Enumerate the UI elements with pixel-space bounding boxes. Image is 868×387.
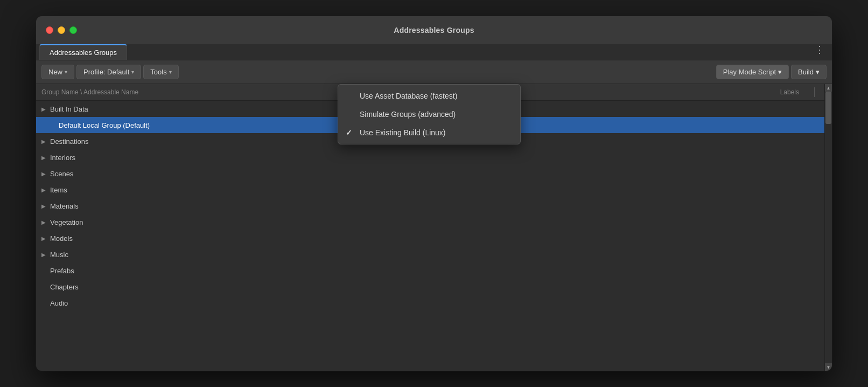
title-bar: Addressables Groups bbox=[36, 16, 832, 44]
list-item[interactable]: ▶ Materials bbox=[36, 198, 824, 214]
check-icon: ✓ bbox=[346, 128, 352, 137]
item-label: Interiors bbox=[50, 154, 819, 162]
chevron-right-icon: ▶ bbox=[41, 187, 50, 193]
list-item[interactable]: ▶ Interiors bbox=[36, 149, 824, 165]
list-item[interactable]: ▶ Items bbox=[36, 182, 824, 198]
item-label: Items bbox=[50, 186, 819, 194]
dropdown-item-label-1: Simulate Groups (advanced) bbox=[360, 110, 456, 119]
new-label: New bbox=[48, 68, 62, 76]
col-labels: Labels bbox=[745, 88, 810, 96]
more-options-icon[interactable]: ⋮ bbox=[815, 44, 824, 56]
list-item[interactable]: Prefabs bbox=[36, 262, 824, 279]
item-label: Vegetation bbox=[50, 218, 819, 226]
item-label: Prefabs bbox=[50, 267, 819, 275]
new-button[interactable]: New ▾ bbox=[41, 65, 74, 79]
profile-button[interactable]: Profile: Default ▾ bbox=[76, 65, 141, 79]
profile-arrow: ▾ bbox=[131, 69, 134, 75]
chevron-right-icon: ▶ bbox=[41, 252, 50, 258]
dropdown-item-label-0: Use Asset Database (fastest) bbox=[360, 92, 457, 100]
new-arrow: ▾ bbox=[65, 69, 67, 75]
list-item[interactable]: Audio bbox=[36, 295, 824, 311]
chevron-right-icon: ▶ bbox=[41, 203, 50, 209]
item-label: Scenes bbox=[50, 170, 819, 178]
tools-button[interactable]: Tools ▾ bbox=[143, 65, 178, 79]
tab-label: Addressables Groups bbox=[50, 49, 117, 57]
maximize-button[interactable] bbox=[69, 26, 77, 34]
chevron-right-icon: ▶ bbox=[41, 155, 50, 161]
chevron-right-icon: ▶ bbox=[41, 236, 50, 241]
dropdown-item-label-2: Use Existing Build (Linux) bbox=[360, 128, 446, 137]
build-arrow: ▾ bbox=[816, 68, 820, 76]
item-label: Models bbox=[50, 234, 819, 243]
list-item[interactable]: ▶ Vegetation bbox=[36, 214, 824, 230]
dropdown-item-asset-database[interactable]: Use Asset Database (fastest) bbox=[338, 87, 520, 105]
list-item[interactable]: ▶ Scenes bbox=[36, 165, 824, 182]
chevron-right-icon: ▶ bbox=[41, 171, 50, 177]
dropdown-item-simulate-groups[interactable]: Simulate Groups (advanced) bbox=[338, 105, 520, 123]
scrollbar[interactable]: ▲ ▼ bbox=[824, 84, 832, 371]
scroll-down-button[interactable]: ▼ bbox=[825, 363, 832, 371]
list-item[interactable]: ▶ Music bbox=[36, 246, 824, 262]
tab-bar: Addressables Groups ⋮ bbox=[36, 44, 832, 60]
window-title: Addressables Groups bbox=[394, 26, 474, 34]
toolbar: New ▾ Profile: Default ▾ Tools ▾ Play Mo… bbox=[36, 60, 832, 84]
item-label: Chapters bbox=[50, 283, 819, 291]
scroll-thumb[interactable] bbox=[825, 92, 831, 124]
dropdown-item-existing-build[interactable]: ✓ Use Existing Build (Linux) bbox=[338, 123, 520, 142]
chevron-right-icon: ▶ bbox=[41, 139, 50, 144]
item-label: Music bbox=[50, 251, 819, 259]
tools-arrow: ▾ bbox=[169, 69, 172, 75]
minimize-button[interactable] bbox=[58, 26, 65, 34]
tools-label: Tools bbox=[150, 68, 166, 76]
scroll-track bbox=[825, 92, 832, 363]
build-button[interactable]: Build ▾ bbox=[791, 65, 827, 79]
item-label: Audio bbox=[50, 299, 819, 307]
item-label: Materials bbox=[50, 202, 819, 210]
play-mode-label: Play Mode Script bbox=[723, 68, 776, 76]
play-mode-arrow: ▾ bbox=[778, 68, 782, 76]
traffic-lights bbox=[46, 26, 77, 34]
tab-addressables-groups[interactable]: Addressables Groups bbox=[39, 44, 127, 60]
chevron-right-icon: ▶ bbox=[41, 106, 50, 112]
main-window: Addressables Groups Addressables Groups … bbox=[36, 16, 832, 371]
close-button[interactable] bbox=[46, 26, 53, 34]
list-item[interactable]: Chapters bbox=[36, 279, 824, 295]
list-item[interactable]: ▶ Models bbox=[36, 230, 824, 246]
play-mode-script-button[interactable]: Play Mode Script ▾ bbox=[716, 65, 789, 79]
profile-label: Profile: Default bbox=[83, 68, 129, 76]
chevron-right-icon: ▶ bbox=[41, 219, 50, 225]
play-mode-dropdown: Use Asset Database (fastest) Simulate Gr… bbox=[338, 84, 521, 144]
scroll-up-button[interactable]: ▲ bbox=[825, 84, 832, 92]
build-label: Build bbox=[798, 68, 814, 76]
col-divider bbox=[814, 87, 815, 97]
